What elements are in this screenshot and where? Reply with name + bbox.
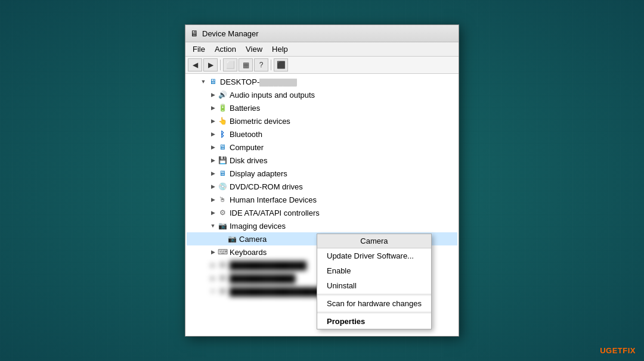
menu-bar: File Action View Help [185, 42, 459, 57]
tree-item-ide[interactable]: ▶ ⚙ IDE ATA/ATAPI controllers [187, 206, 457, 219]
root-label: DESKTOP-████████ [220, 77, 297, 86]
menu-view[interactable]: View [241, 43, 267, 55]
camera-label: Camera [239, 235, 267, 244]
audio-icon: 🔊 [218, 90, 227, 99]
window-icon: 🖥 [190, 29, 199, 38]
imaging-expander: ▼ [208, 221, 218, 231]
hid-expander: ▶ [208, 195, 218, 204]
extra-button[interactable]: ⬛ [274, 58, 288, 71]
keyboard-icon: ⌨ [218, 247, 227, 257]
properties-button[interactable]: ⬜ [223, 58, 237, 71]
tree-item-display[interactable]: ▶ 🖥 Display adapters [187, 167, 457, 180]
keyboards-label: Keyboards [230, 248, 267, 257]
battery-icon: 🔋 [218, 103, 227, 113]
display-icon: 🖥 [218, 169, 227, 178]
context-menu-separator-2 [317, 312, 431, 313]
tree-item-disk[interactable]: ▶ 💾 Disk drives [187, 154, 457, 167]
context-menu-header: Camera [317, 234, 431, 248]
tree-item-audio[interactable]: ▶ 🔊 Audio inputs and outputs [187, 88, 457, 101]
imaging-label: Imaging devices [230, 222, 286, 231]
bluetooth-expander: ▶ [208, 129, 218, 139]
batteries-label: Batteries [230, 104, 260, 113]
watermark-suffix: FIX [623, 346, 636, 355]
context-menu: Camera Update Driver Software... Enable … [317, 234, 432, 329]
tree-item-biometric[interactable]: ▶ 👆 Biometric devices [187, 114, 457, 127]
computer-icon: 🖥 [208, 77, 218, 86]
tree-item-computer[interactable]: ▶ 🖥 Computer [187, 141, 457, 154]
batteries-expander: ▶ [208, 103, 218, 113]
dvd-expander: ▶ [208, 182, 218, 191]
context-menu-scan[interactable]: Scan for hardware changes [317, 296, 431, 311]
tree-item-batteries[interactable]: ▶ 🔋 Batteries [187, 101, 457, 114]
ide-expander: ▶ [208, 208, 218, 217]
bluetooth-icon: ᛒ [218, 129, 227, 139]
menu-file[interactable]: File [188, 43, 210, 55]
tree-item-imaging[interactable]: ▼ 📷 Imaging devices [187, 219, 457, 232]
camera-expander [218, 234, 227, 244]
watermark-prefix: UG [600, 346, 612, 355]
toolbar-separator-1 [220, 60, 221, 70]
ide-label: IDE ATA/ATAPI controllers [230, 208, 320, 217]
root-expander: ▼ [199, 77, 208, 86]
forward-button[interactable]: ▶ [203, 58, 218, 71]
bluetooth-label: Bluetooth [230, 130, 262, 139]
display-label: Display adapters [230, 169, 287, 178]
tree-item-bluetooth[interactable]: ▶ ᛒ Bluetooth [187, 127, 457, 141]
back-button[interactable]: ◀ [188, 58, 202, 71]
tree-root[interactable]: ▼ 🖥 DESKTOP-████████ [187, 75, 457, 88]
display-expander: ▶ [208, 169, 218, 178]
biometric-label: Biometric devices [230, 117, 290, 126]
context-menu-uninstall[interactable]: Uninstall [317, 278, 431, 293]
watermark-highlight: ET [612, 346, 623, 355]
disk-expander: ▶ [208, 155, 218, 165]
tree-item-dvd[interactable]: ▶ 💿 DVD/CD-ROM drives [187, 180, 457, 193]
camera-icon: 📷 [227, 234, 237, 244]
menu-action[interactable]: Action [210, 43, 241, 55]
title-bar: 🖥 Device Manager [185, 25, 459, 42]
ide-icon: ⚙ [218, 208, 227, 217]
update-button[interactable]: ▦ [239, 58, 253, 71]
biometric-icon: 👆 [218, 116, 227, 126]
disk-icon: 💾 [218, 155, 227, 165]
hid-icon: 🖱 [218, 195, 227, 204]
tree-item-hid[interactable]: ▶ 🖱 Human Interface Devices [187, 193, 457, 206]
window-title: Device Manager [202, 29, 259, 38]
dvd-icon: 💿 [218, 182, 227, 191]
imaging-icon: 📷 [218, 221, 227, 231]
content-area: ▼ 🖥 DESKTOP-████████ ▶ 🔊 Audio inputs an… [185, 74, 459, 336]
dvd-label: DVD/CD-ROM drives [230, 182, 303, 191]
device-manager-window: 🖥 Device Manager File Action View Help ◀… [185, 24, 459, 337]
watermark: UGETFIX [600, 346, 636, 355]
menu-help[interactable]: Help [267, 43, 293, 55]
help-button[interactable]: ? [254, 58, 268, 71]
hid-label: Human Interface Devices [230, 195, 317, 204]
toolbar: ◀ ▶ ⬜ ▦ ? ⬛ [185, 57, 459, 74]
context-menu-update[interactable]: Update Driver Software... [317, 248, 431, 263]
computer-icon: 🖥 [218, 142, 227, 152]
context-menu-separator [317, 294, 431, 295]
audio-label: Audio inputs and outputs [230, 91, 315, 99]
biometric-expander: ▶ [208, 116, 218, 126]
keyboards-expander: ▶ [208, 247, 218, 257]
computer-label: Computer [230, 143, 264, 152]
context-menu-properties[interactable]: Properties [317, 314, 431, 329]
computer-expander: ▶ [208, 142, 218, 152]
toolbar-separator-2 [271, 60, 271, 70]
disk-label: Disk drives [230, 156, 268, 165]
context-menu-enable[interactable]: Enable [317, 263, 431, 278]
audio-expander: ▶ [208, 90, 218, 99]
